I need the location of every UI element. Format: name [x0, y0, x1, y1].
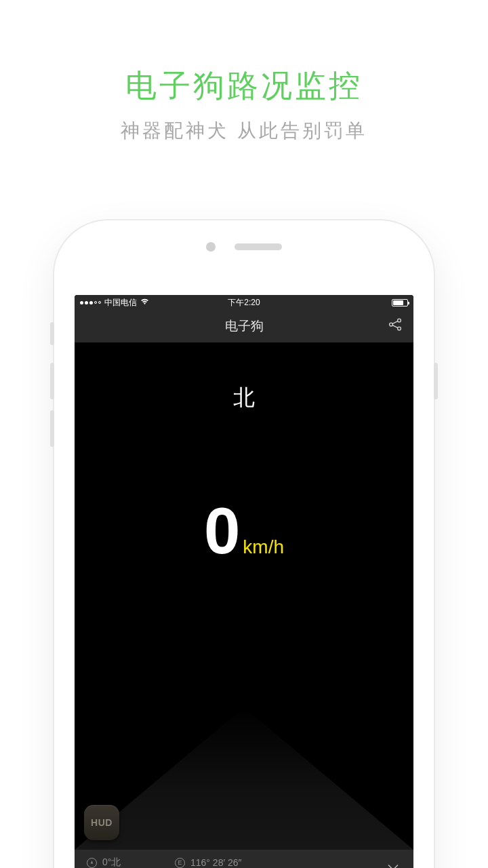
- phone-volume-up: [50, 363, 54, 399]
- svg-point-0: [398, 319, 401, 322]
- page-title: 电子狗: [225, 317, 264, 335]
- signal-dots-icon: [80, 301, 101, 304]
- svg-point-1: [390, 323, 393, 326]
- status-time: 下午2:20: [228, 297, 260, 309]
- svg-line-3: [392, 321, 398, 324]
- longitude-row: E 116° 28′ 26″: [175, 857, 241, 868]
- svg-point-2: [398, 327, 401, 330]
- status-left: 中国电信: [80, 297, 149, 309]
- carrier-label: 中国电信: [104, 297, 137, 309]
- speed-unit: km/h: [243, 536, 284, 558]
- longitude-value: 116° 28′ 26″: [190, 857, 241, 868]
- heading-value: 0°北: [102, 856, 121, 868]
- compass-direction: 北: [233, 383, 255, 413]
- phone-camera: [206, 242, 216, 252]
- phone-mute-switch: [50, 322, 54, 345]
- hud-button[interactable]: HUD: [84, 805, 119, 840]
- road-visual: [75, 707, 413, 850]
- status-right: [392, 299, 408, 307]
- promo-subtitle: 神器配神犬 从此告别罚单: [0, 118, 488, 144]
- share-button[interactable]: [388, 317, 403, 336]
- info-bar: 0°北 0km/h E 116° 28′ 26″ N 39° 57′ 26″: [75, 850, 413, 868]
- speed-value: 0: [204, 498, 240, 564]
- compass-icon: [87, 858, 97, 868]
- phone-screen: 中国电信 下午2:20 电子狗: [75, 295, 413, 868]
- main-area: 北 0 km/h HUD: [75, 342, 413, 850]
- nav-bar: 电子狗: [75, 310, 413, 342]
- phone-speaker: [235, 243, 282, 250]
- close-button[interactable]: [386, 863, 400, 869]
- promo-title: 电子狗路况监控: [0, 65, 488, 107]
- east-icon: E: [175, 858, 185, 868]
- phone-mockup: 中国电信 下午2:20 电子狗: [54, 220, 434, 868]
- speed-display: 0 km/h: [204, 498, 284, 564]
- wifi-icon: [140, 298, 149, 307]
- phone-volume-down: [50, 410, 54, 447]
- heading-row: 0°北: [87, 856, 175, 868]
- phone-power-button: [434, 363, 438, 399]
- phone-notch: [206, 242, 282, 252]
- svg-line-4: [392, 326, 398, 328]
- status-bar: 中国电信 下午2:20: [75, 295, 413, 310]
- battery-icon: [392, 299, 408, 307]
